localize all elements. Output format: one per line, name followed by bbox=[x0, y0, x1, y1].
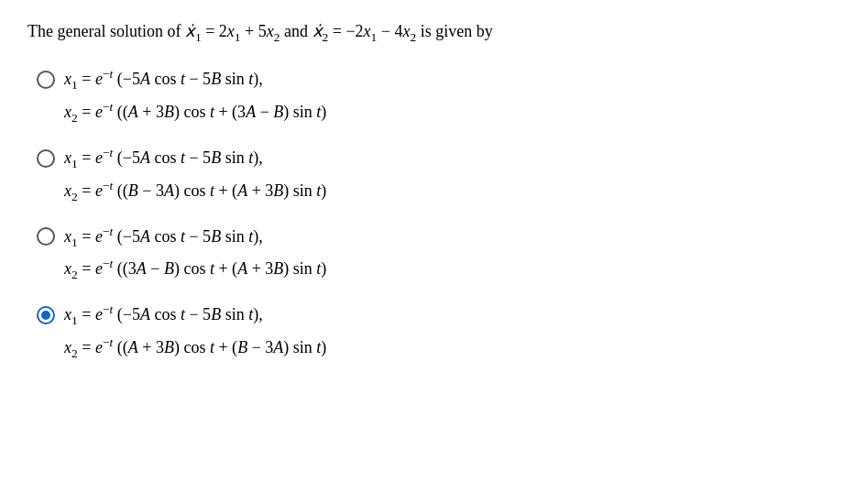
option-c[interactable]: x1 = e−t (−5A cos t − 5B sin t), x2 = e−… bbox=[37, 223, 839, 285]
question-text: The general solution of ẋ1 = 2x1 + 5x2 a… bbox=[27, 18, 839, 47]
x2-dot-equation: ẋ2 = −2x1 − 4x2 bbox=[312, 22, 421, 40]
option-d-x1: x1 = e−t (−5A cos t − 5B sin t), bbox=[64, 301, 263, 330]
option-d-radio[interactable] bbox=[37, 306, 55, 324]
option-b-radio[interactable] bbox=[37, 149, 55, 168]
option-b-x1: x1 = e−t (−5A cos t − 5B sin t), bbox=[64, 144, 263, 173]
option-c-x1: x1 = e−t (−5A cos t − 5B sin t), bbox=[64, 223, 263, 252]
option-d[interactable]: x1 = e−t (−5A cos t − 5B sin t), x2 = e−… bbox=[37, 301, 839, 363]
option-a-x2: x2 = e−t ((A + 3B) cos t + (3A − B) sin … bbox=[37, 98, 839, 127]
option-a-x1: x1 = e−t (−5A cos t − 5B sin t), bbox=[64, 65, 263, 94]
option-c-x2: x2 = e−t ((3A − B) cos t + (A + 3B) sin … bbox=[37, 255, 839, 284]
option-b[interactable]: x1 = e−t (−5A cos t − 5B sin t), x2 = e−… bbox=[37, 144, 839, 206]
option-a-radio[interactable] bbox=[37, 71, 55, 89]
option-a-row[interactable]: x1 = e−t (−5A cos t − 5B sin t), bbox=[37, 65, 839, 94]
option-a[interactable]: x1 = e−t (−5A cos t − 5B sin t), x2 = e−… bbox=[37, 65, 839, 127]
option-c-row[interactable]: x1 = e−t (−5A cos t − 5B sin t), bbox=[37, 223, 839, 252]
option-d-row[interactable]: x1 = e−t (−5A cos t − 5B sin t), bbox=[37, 301, 839, 330]
option-c-radio[interactable] bbox=[37, 227, 55, 246]
question-container: The general solution of ẋ1 = 2x1 + 5x2 a… bbox=[27, 18, 839, 363]
options-list: x1 = e−t (−5A cos t − 5B sin t), x2 = e−… bbox=[27, 65, 839, 363]
x1-dot-equation: ẋ1 = 2x1 + 5x2 bbox=[185, 22, 284, 40]
option-b-row[interactable]: x1 = e−t (−5A cos t − 5B sin t), bbox=[37, 144, 839, 173]
option-b-x2: x2 = e−t ((B − 3A) cos t + (A + 3B) sin … bbox=[37, 177, 839, 206]
option-d-x2: x2 = e−t ((A + 3B) cos t + (B − 3A) sin … bbox=[37, 334, 839, 363]
